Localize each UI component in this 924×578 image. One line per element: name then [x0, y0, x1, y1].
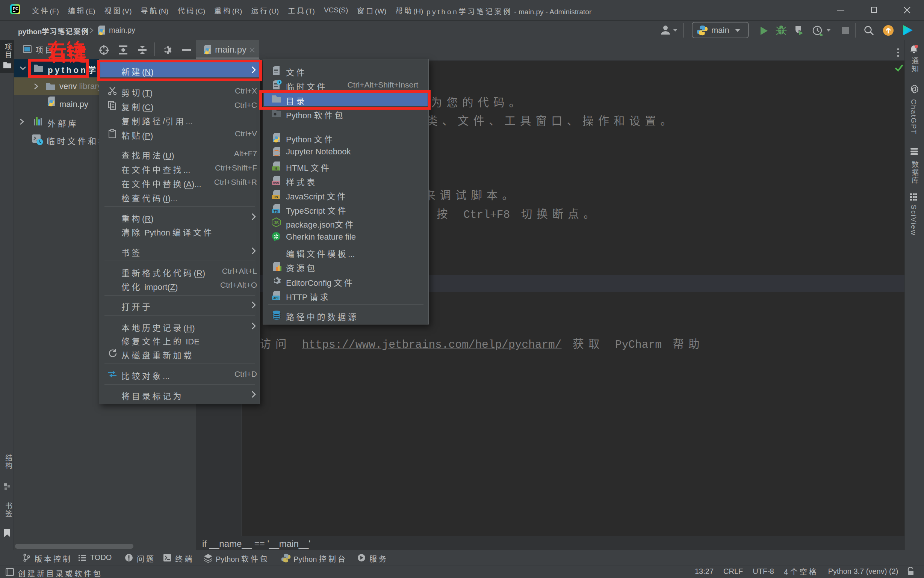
svg-text:JS: JS: [273, 195, 278, 199]
svg-text:JS: JS: [273, 221, 278, 225]
svg-text:API: API: [273, 296, 278, 300]
svg-text:H: H: [274, 166, 277, 170]
svg-text:TS: TS: [273, 209, 278, 213]
svg-text:CSS: CSS: [273, 182, 279, 185]
